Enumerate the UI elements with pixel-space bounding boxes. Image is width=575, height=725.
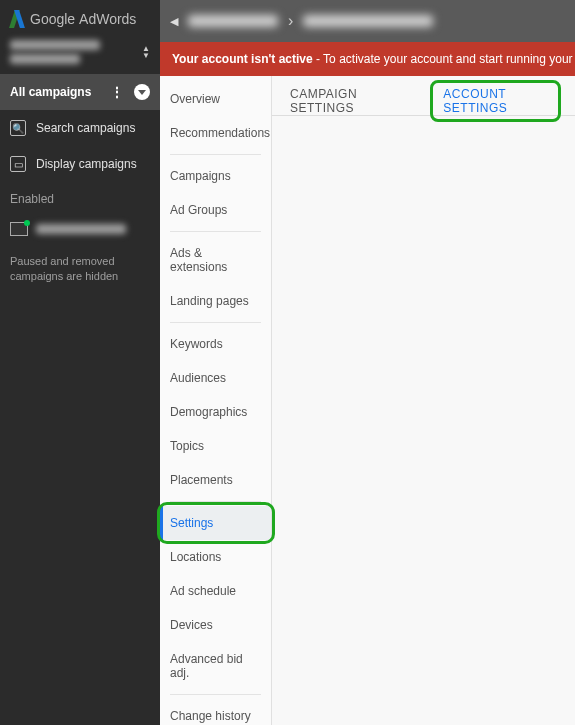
secnav-ad-schedule[interactable]: Ad schedule (160, 574, 271, 608)
secnav-devices[interactable]: Devices (160, 608, 271, 642)
secnav-divider (170, 501, 261, 502)
logo-block: Google AdWords (0, 0, 160, 36)
filter-dropdown-icon[interactable] (134, 84, 150, 100)
secnav-divider (170, 231, 261, 232)
account-name-blur (10, 40, 100, 64)
kebab-menu-icon[interactable]: ⋮ (110, 85, 124, 99)
breadcrumb-bar: ◀ › (160, 0, 575, 42)
secnav-audiences[interactable]: Audiences (160, 361, 271, 395)
secnav-divider (170, 322, 261, 323)
collapse-sidebar-icon[interactable]: ◀ (170, 15, 178, 28)
secnav-divider (170, 694, 261, 695)
breadcrumb-separator: › (288, 12, 293, 30)
secnav-placements[interactable]: Placements (160, 463, 271, 497)
display-icon: ▭ (10, 156, 26, 172)
secnav-overview[interactable]: Overview (160, 82, 271, 116)
account-chevrons-icon: ▲▼ (142, 45, 150, 59)
settings-tabs: CAMPAIGN SETTINGS ACCOUNT SETTINGS (272, 76, 575, 116)
sidebar-item-search-campaigns[interactable]: 🔍 Search campaigns (0, 110, 160, 146)
secnav-divider (170, 154, 261, 155)
hidden-campaigns-note: Paused and removed campaigns are hidden (0, 250, 160, 289)
breadcrumb-2-blur (303, 15, 433, 27)
secnav-locations[interactable]: Locations (160, 540, 271, 574)
secnav-demographics[interactable]: Demographics (160, 395, 271, 429)
enabled-campaign-row[interactable] (0, 216, 160, 250)
sidebar-item-display-campaigns[interactable]: ▭ Display campaigns (0, 146, 160, 182)
all-campaigns-header[interactable]: All campaigns ⋮ (0, 74, 160, 110)
enabled-status-icon (10, 222, 28, 236)
all-campaigns-label: All campaigns (10, 85, 91, 99)
main-area: ◀ › Your account isn't active - To activ… (160, 0, 575, 725)
secnav-recommendations[interactable]: Recommendations (160, 116, 271, 150)
secnav-ad-groups[interactable]: Ad Groups (160, 193, 271, 227)
tab-campaign-settings[interactable]: CAMPAIGN SETTINGS (286, 79, 402, 127)
secondary-nav: Overview Recommendations Campaigns Ad Gr… (160, 76, 272, 725)
page-content: CAMPAIGN SETTINGS ACCOUNT SETTINGS (272, 76, 575, 725)
campaign-name-blur (36, 224, 126, 234)
secnav-landing-pages[interactable]: Landing pages (160, 284, 271, 318)
secnav-campaigns[interactable]: Campaigns (160, 159, 271, 193)
tab-account-settings[interactable]: ACCOUNT SETTINGS (430, 80, 561, 122)
alert-bold: Your account isn't active (172, 52, 313, 66)
breadcrumb-1-blur (188, 15, 278, 27)
secnav-ads-extensions[interactable]: Ads & extensions (160, 236, 271, 284)
sidebar-item-label: Display campaigns (36, 157, 137, 171)
adwords-logo-icon (10, 10, 24, 28)
secnav-settings[interactable]: Settings (160, 506, 271, 540)
sidebar-item-label: Search campaigns (36, 121, 135, 135)
secnav-change-history[interactable]: Change history (160, 699, 271, 725)
primary-sidebar: Google AdWords ▲▼ All campaigns ⋮ 🔍 Sear… (0, 0, 160, 725)
brand-text: Google AdWords (30, 11, 136, 27)
secnav-keywords[interactable]: Keywords (160, 327, 271, 361)
search-icon: 🔍 (10, 120, 26, 136)
account-selector[interactable]: ▲▼ (0, 36, 160, 74)
enabled-section-label: Enabled (0, 182, 160, 216)
alert-rest: - To activate your account and start run… (313, 52, 575, 66)
secnav-topics[interactable]: Topics (160, 429, 271, 463)
inactive-account-alert[interactable]: Your account isn't active - To activate … (160, 42, 575, 76)
secnav-advanced-bid[interactable]: Advanced bid adj. (160, 642, 271, 690)
